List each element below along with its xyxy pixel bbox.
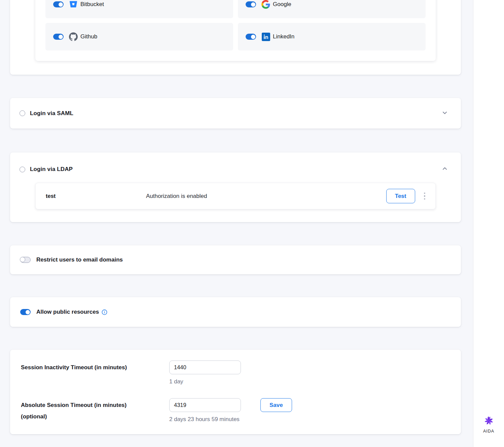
provider-row-google: Google	[238, 0, 426, 18]
restrict-domains-toggle[interactable]	[20, 257, 31, 263]
save-button[interactable]: Save	[260, 398, 292, 412]
ldap-radio[interactable]	[20, 167, 25, 172]
ldap-title: Login via LDAP	[30, 166, 73, 173]
inactivity-timeout-input[interactable]	[169, 360, 241, 374]
provider-label: Bitbucket	[80, 1, 104, 8]
inactivity-timeout-label: Session Inactivity Timeout (in minutes)	[21, 360, 169, 373]
absolute-timeout-helper: 2 days 23 hours 59 minutes	[169, 415, 241, 423]
chevron-down-icon[interactable]	[442, 110, 448, 117]
github-toggle[interactable]	[53, 34, 64, 40]
saml-radio[interactable]	[20, 110, 25, 116]
ldap-entry-row: test Authorization is enabled Test	[35, 183, 436, 209]
public-resources-card: Allow public resources	[10, 297, 461, 327]
github-icon	[69, 32, 78, 41]
provider-row-bitbucket: Bitbucket	[45, 0, 233, 18]
saml-section[interactable]: Login via SAML	[10, 98, 461, 129]
ldap-entry-name: test	[46, 193, 146, 199]
saml-title: Login via SAML	[30, 110, 73, 117]
aida-label: AIDA	[483, 429, 494, 434]
aida-flower-icon	[482, 415, 495, 427]
bitbucket-icon	[69, 0, 78, 9]
right-rail: AIDA	[473, 0, 504, 447]
linkedin-icon	[261, 32, 270, 41]
ldap-header[interactable]: Login via LDAP	[10, 152, 461, 175]
restrict-domains-card: Restrict users to email domains	[10, 245, 461, 274]
provider-row-github: Github	[45, 23, 233, 50]
login-providers-card: Bitbucket Google	[10, 0, 461, 75]
linkedin-toggle[interactable]	[246, 34, 256, 40]
restrict-domains-label: Restrict users to email domains	[36, 256, 123, 263]
test-button[interactable]: Test	[386, 189, 415, 203]
chevron-up-icon[interactable]	[442, 166, 448, 173]
ldap-entry-status: Authorization is enabled	[146, 193, 386, 200]
bitbucket-toggle[interactable]	[53, 1, 64, 7]
settings-page: Bitbucket Google	[0, 0, 504, 447]
public-resources-toggle[interactable]	[20, 309, 31, 315]
absolute-timeout-input[interactable]	[169, 398, 241, 412]
info-icon[interactable]	[102, 309, 107, 315]
google-icon	[261, 0, 270, 9]
provider-row-linkedin: LinkedIn	[238, 23, 426, 50]
aida-widget[interactable]: AIDA	[473, 415, 504, 434]
provider-label: Github	[80, 33, 97, 40]
session-timeout-card: Session Inactivity Timeout (in minutes) …	[10, 350, 461, 434]
absolute-timeout-row: Absolute Session Timeout (in minutes)(op…	[21, 398, 461, 423]
google-toggle[interactable]	[246, 1, 256, 7]
kebab-menu-icon[interactable]	[423, 191, 427, 201]
provider-grid: Bitbucket Google	[45, 0, 426, 50]
inactivity-timeout-row: Session Inactivity Timeout (in minutes) …	[21, 360, 461, 386]
ldap-section: Login via LDAP test Authorization is ena…	[10, 152, 461, 222]
inactivity-timeout-helper: 1 day	[169, 378, 241, 386]
provider-label: LinkedIn	[273, 33, 294, 40]
login-providers-panel: Bitbucket Google	[35, 0, 436, 61]
absolute-timeout-label: Absolute Session Timeout (in minutes)(op…	[21, 398, 169, 422]
provider-label: Google	[273, 1, 291, 8]
public-resources-label: Allow public resources	[36, 309, 99, 315]
